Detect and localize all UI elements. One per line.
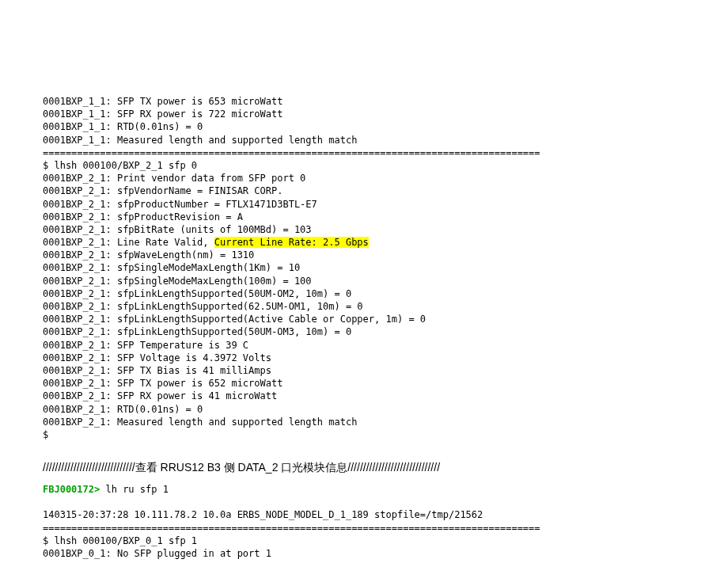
highlighted-text: Current Line Rate: 2.5 Gbps: [214, 237, 369, 248]
section-title: //////////////////////////////查看 RRUS12 …: [43, 460, 685, 475]
line: 0001BXP_1_1: RTD(0.01ns) = 0: [43, 121, 203, 132]
line: 0001BXP_2_1: sfpProductRevision = A: [43, 211, 243, 223]
line: 0001BXP_2_1: sfpLinkLengthSupported(Acti…: [43, 314, 426, 325]
terminal-page: 0001BXP_1_1: SFP TX power is 653 microWa…: [0, 0, 728, 563]
command-line: $ lhsh 000100/BXP_0_1 sfp 1: [43, 535, 197, 546]
line: 0001BXP_2_1: sfpLinkLengthSupported(50UM…: [43, 326, 351, 337]
line: 0001BXP_2_1: SFP Temperature is 39 C: [43, 340, 248, 351]
line: 0001BXP_2_1: sfpLinkLengthSupported(50UM…: [43, 288, 351, 299]
line: 0001BXP_2_1: SFP RX power is 41 microWat…: [43, 390, 277, 401]
line: 0001BXP_2_1: sfpWaveLength(nm) = 1310: [43, 249, 254, 261]
separator: ========================================…: [43, 523, 540, 534]
line: 0001BXP_2_1: sfpSingleModeMaxLength(1Km)…: [43, 262, 300, 273]
timestamp-line: 140315-20:37:28 10.111.78.2 10.0a ERBS_N…: [43, 509, 483, 520]
prompt-end: $: [43, 429, 48, 440]
line: 0001BXP_2_1: SFP TX power is 652 microWa…: [43, 378, 282, 389]
line: 0001BXP_2_1: SFP TX Bias is 41 milliAmps: [43, 365, 271, 376]
blank-line: [43, 496, 48, 508]
prompt-command: lh ru sfp 1: [100, 484, 169, 495]
line: 0001BXP_2_1: sfpLinkLengthSupported(62.5…: [43, 301, 363, 312]
line: 0001BXP_1_1: Measured length and support…: [43, 135, 357, 146]
line: 0001BXP_2_1: sfpBitRate (units of 100MBd…: [43, 224, 312, 235]
line: 0001BXP_2_1: Line Rate Valid,: [43, 237, 214, 248]
line: 0001BXP_2_1: sfpVendorName = FINISAR COR…: [43, 185, 282, 196]
line: 0001BXP_2_1: RTD(0.01ns) = 0: [43, 404, 203, 415]
line: 0001BXP_1_1: SFP TX power is 653 microWa…: [43, 96, 282, 107]
command-line: $ lhsh 000100/BXP_2_1 sfp 0: [43, 160, 197, 171]
line: 0001BXP_2_1: sfpProductNumber = FTLX1471…: [43, 199, 317, 210]
prompt-hostname: FBJ000172>: [43, 484, 100, 495]
line: 0001BXP_2_1: SFP Voltage is 4.3972 Volts: [43, 352, 271, 363]
line: 0001BXP_2_1: sfpSingleModeMaxLength(100m…: [43, 276, 312, 287]
line: 0001BXP_2_1: Measured length and support…: [43, 417, 357, 428]
separator: ========================================…: [43, 147, 540, 158]
line: 0001BXP_1_1: SFP RX power is 722 microWa…: [43, 108, 282, 120]
line: 0001BXP_2_1: Print vendor data from SFP …: [43, 173, 305, 184]
line: 0001BXP_0_1: No SFP plugged in at port 1: [43, 548, 271, 559]
